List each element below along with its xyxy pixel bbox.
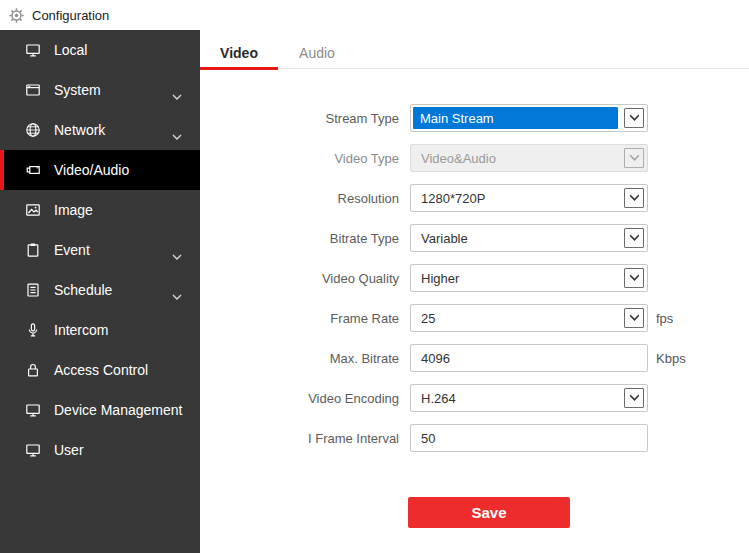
form-row: Bitrate Type Variable: [200, 224, 749, 252]
bitrate-type-label: Bitrate Type: [200, 231, 399, 246]
chevron-down-icon: [172, 287, 182, 294]
chevron-down-icon: [172, 87, 182, 94]
sidebar-item-local[interactable]: Local: [0, 30, 200, 70]
dropdown-arrow-button[interactable]: [624, 388, 644, 408]
form-row: Stream Type Main Stream: [200, 104, 749, 132]
video-camera-icon: [25, 162, 41, 178]
microphone-icon: [25, 322, 41, 338]
page-title: Configuration: [32, 8, 109, 23]
resolution-select[interactable]: 1280*720P: [410, 184, 648, 212]
sidebar-item-label: Access Control: [54, 362, 148, 378]
sidebar-item-label: Device Management: [54, 402, 182, 418]
sidebar-item-label: Schedule: [54, 282, 112, 298]
lock-icon: [25, 362, 41, 378]
sidebar-item-user[interactable]: User: [0, 430, 200, 470]
configuration-page: Configuration Local System Network: [0, 0, 749, 553]
tab-audio[interactable]: Audio: [278, 40, 356, 68]
tab-bar: Video Audio: [200, 40, 749, 69]
frame-rate-select[interactable]: 25: [410, 304, 648, 332]
sidebar-item-label: Network: [54, 122, 105, 138]
dropdown-arrow-button: [624, 148, 644, 168]
form-row: Video Quality Higher: [200, 264, 749, 292]
i-frame-interval-label: I Frame Interval: [200, 431, 399, 446]
sidebar-item-label: Video/Audio: [54, 162, 129, 178]
monitor-icon: [25, 42, 41, 58]
video-encoding-label: Video Encoding: [200, 391, 399, 406]
schedule-list-icon: [25, 282, 41, 298]
sidebar-item-label: User: [54, 442, 84, 458]
sidebar-item-network[interactable]: Network: [0, 110, 200, 150]
tab-video[interactable]: Video: [200, 40, 278, 68]
video-settings-form: Stream Type Main Stream Video Type Video…: [200, 69, 749, 528]
main-content: Video Audio Stream Type Main Stream Vide…: [200, 30, 749, 553]
video-quality-label: Video Quality: [200, 271, 399, 286]
sidebar-item-schedule[interactable]: Schedule: [0, 270, 200, 310]
clipboard-icon: [25, 242, 41, 258]
video-type-label: Video Type: [200, 151, 399, 166]
sidebar-item-device-management[interactable]: Device Management: [0, 390, 200, 430]
dropdown-arrow-button[interactable]: [624, 268, 644, 288]
form-row: Video Encoding H.264: [200, 384, 749, 412]
sidebar-item-access-control[interactable]: Access Control: [0, 350, 200, 390]
chevron-down-icon: [172, 247, 182, 254]
globe-icon: [25, 122, 41, 138]
frame-rate-label: Frame Rate: [200, 311, 399, 326]
sidebar-item-label: Intercom: [54, 322, 108, 338]
sidebar-item-label: Image: [54, 202, 93, 218]
video-encoding-select[interactable]: H.264: [410, 384, 648, 412]
system-window-icon: [25, 82, 41, 98]
form-row: I Frame Interval: [200, 424, 749, 452]
sidebar-item-label: Local: [54, 42, 87, 58]
max-bitrate-input[interactable]: [410, 344, 648, 372]
header: Configuration: [0, 0, 749, 30]
dropdown-arrow-button[interactable]: [624, 108, 644, 128]
max-bitrate-unit: Kbps: [656, 351, 686, 366]
i-frame-interval-input[interactable]: [410, 424, 648, 452]
dropdown-arrow-button[interactable]: [624, 188, 644, 208]
max-bitrate-label: Max. Bitrate: [200, 351, 399, 366]
bitrate-type-value: Variable: [411, 231, 468, 246]
sidebar-item-label: System: [54, 82, 101, 98]
resolution-value: 1280*720P: [411, 191, 485, 206]
sidebar-item-intercom[interactable]: Intercom: [0, 310, 200, 350]
form-row: Frame Rate 25 fps: [200, 304, 749, 332]
sidebar: Local System Network Video/Audio: [0, 30, 200, 553]
save-button[interactable]: Save: [408, 497, 570, 528]
chevron-down-icon: [172, 127, 182, 134]
sidebar-item-system[interactable]: System: [0, 70, 200, 110]
stream-type-label: Stream Type: [200, 111, 399, 126]
image-icon: [25, 202, 41, 218]
resolution-label: Resolution: [200, 191, 399, 206]
form-row: Max. Bitrate Kbps: [200, 344, 749, 372]
video-type-select: Video&Audio: [410, 144, 648, 172]
form-row: Video Type Video&Audio: [200, 144, 749, 172]
sidebar-item-label: Event: [54, 242, 90, 258]
dropdown-arrow-button[interactable]: [624, 228, 644, 248]
video-quality-select[interactable]: Higher: [410, 264, 648, 292]
form-row: Resolution 1280*720P: [200, 184, 749, 212]
monitor-icon: [25, 402, 41, 418]
video-encoding-value: H.264: [411, 391, 456, 406]
dropdown-arrow-button[interactable]: [624, 308, 644, 328]
sidebar-item-event[interactable]: Event: [0, 230, 200, 270]
video-type-value: Video&Audio: [411, 151, 496, 166]
stream-type-value: Main Stream: [413, 107, 618, 129]
gear-icon: [8, 7, 25, 24]
stream-type-select[interactable]: Main Stream: [410, 104, 648, 132]
monitor-icon: [25, 442, 41, 458]
frame-rate-unit: fps: [656, 311, 673, 326]
bitrate-type-select[interactable]: Variable: [410, 224, 648, 252]
sidebar-item-image[interactable]: Image: [0, 190, 200, 230]
video-quality-value: Higher: [411, 271, 459, 286]
sidebar-item-video-audio[interactable]: Video/Audio: [0, 150, 200, 190]
frame-rate-value: 25: [411, 311, 435, 326]
